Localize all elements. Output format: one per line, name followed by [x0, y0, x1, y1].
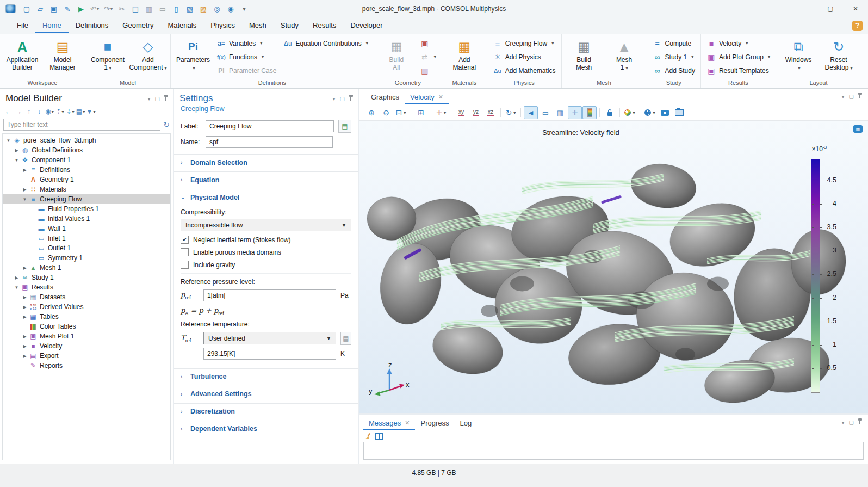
scene-render-button[interactable]: ▾	[643, 106, 657, 119]
close-tab-icon[interactable]: ✕	[405, 420, 410, 427]
tref-dropdown[interactable]: User defined ▼	[203, 332, 336, 344]
tree-item-results[interactable]: ▼▣Results	[3, 282, 170, 292]
copy-button[interactable]: ▤	[129, 2, 142, 15]
maximize-button[interactable]: ▢	[818, 0, 843, 17]
ribbon-button-remove-details[interactable]: ▥	[417, 64, 439, 77]
customize-toolbar-button[interactable]: ▾	[238, 2, 251, 15]
section-physical-model[interactable]: ⌄ Physical Model	[174, 189, 358, 205]
section-advanced-settings[interactable]: ›Advanced Settings	[174, 386, 358, 402]
ribbon-button-result-templates[interactable]: ▣Result Templates	[704, 64, 773, 77]
close-button[interactable]: ✕	[843, 0, 868, 17]
ribbon-button-build-mesh[interactable]: ▦BuildMesh	[565, 36, 604, 71]
section-dependent-variables[interactable]: ›Dependent Variables	[174, 421, 358, 437]
cut-button[interactable]: ✂	[115, 2, 128, 15]
tree-expander-icon[interactable]: ▶	[21, 315, 28, 319]
tree-expander-icon[interactable]: ▶	[21, 187, 28, 192]
section-domain-selection[interactable]: ›Domain Selection	[174, 154, 358, 170]
tree-item-materials[interactable]: ▶∷Materials	[3, 184, 170, 194]
section-equation[interactable]: ›Equation	[174, 171, 358, 188]
menu-home[interactable]: Home	[35, 19, 69, 33]
panel-menu-icon[interactable]: ▾	[842, 94, 845, 100]
ribbon-button-study-1[interactable]: ∞Study 1▾	[650, 50, 698, 64]
pref-input[interactable]: 1[atm]	[203, 289, 336, 301]
ribbon-button-add-study[interactable]: ∞Add Study	[650, 64, 698, 77]
tree-expander-icon[interactable]: ▼	[13, 285, 20, 290]
compressibility-dropdown[interactable]: Incompressible flow ▼	[181, 219, 351, 231]
view-xy-button[interactable]: xy	[454, 106, 468, 119]
ribbon-button-add-mathematics[interactable]: ΔuAdd Mathematics	[490, 64, 559, 77]
tref-input[interactable]: 293.15[K]	[203, 348, 336, 360]
select-box-button[interactable]: ▧	[183, 2, 196, 15]
ribbon-button-component-1[interactable]: ■Component1▾	[88, 36, 127, 72]
tree-item-component-1[interactable]: ▼❖Component 1	[3, 155, 170, 165]
tree-item-definitions[interactable]: ▶≡Definitions	[3, 165, 170, 175]
panel-menu-icon[interactable]: ▾	[333, 96, 336, 102]
checkbox-row-neglect-inertial-term-stokes-flow[interactable]: ✔Neglect inertial term (Stokes flow)	[181, 233, 351, 246]
ribbon-button-build-all[interactable]: ▦BuildAll	[377, 36, 416, 71]
graphics-canvas[interactable]: Streamline: Velocity field ▦ ×10-3 4.543…	[359, 121, 868, 413]
ribbon-button-import-geometry[interactable]: ▣	[417, 36, 439, 50]
menu-results[interactable]: Results	[306, 19, 343, 33]
messages-tab-log[interactable]: Log	[455, 416, 478, 430]
tree-item-initial-values-1[interactable]: ▬Initial Values 1	[3, 214, 170, 224]
minimize-button[interactable]: —	[793, 0, 818, 17]
menu-mesh[interactable]: Mesh	[242, 19, 274, 33]
checkbox-unchecked[interactable]	[181, 248, 189, 256]
tree-item-mesh-plot-1[interactable]: ▶▣Mesh Plot 1	[3, 331, 170, 341]
zoom-out-button[interactable]: ⊖	[379, 106, 393, 119]
ribbon-button-functions[interactable]: f(x)Functions▾	[214, 50, 279, 64]
tree-expander-icon[interactable]: ▶	[21, 266, 28, 270]
ribbon-button-add-plot-group[interactable]: ▣Add Plot Group▾	[704, 50, 773, 64]
lock-selection-button[interactable]	[603, 106, 617, 119]
tree-expander-icon[interactable]: ▼	[21, 197, 28, 202]
ribbon-button-rebuild-geometry[interactable]: ⇄▾	[417, 50, 439, 64]
redo-button[interactable]: ↷▾	[102, 2, 115, 15]
open-button[interactable]: ▱	[34, 2, 47, 15]
tree-item-reports[interactable]: ✎Reports	[3, 361, 170, 371]
grid-button[interactable]: ▦	[553, 106, 567, 119]
panel-menu-icon[interactable]: ▾	[148, 96, 151, 102]
tree-item-export[interactable]: ▶▤Export	[3, 351, 170, 361]
tree-expander-icon[interactable]: ▶	[13, 275, 20, 280]
checkbox-row-include-gravity[interactable]: Include gravity	[181, 258, 351, 271]
messages-tab-messages[interactable]: Messages✕	[363, 416, 415, 430]
tree-expander-icon[interactable]: ▶	[21, 334, 28, 339]
tree-expander-icon[interactable]: ▶	[21, 305, 28, 310]
tree-item-mesh-1[interactable]: ▶▲Mesh 1	[3, 263, 170, 273]
tree-item-fluid-properties-1[interactable]: ▬Fluid Properties 1	[3, 204, 170, 214]
filter-input[interactable]: Type filter text	[3, 119, 160, 131]
delete-button[interactable]: ▯	[170, 2, 183, 15]
tree-item-symmetry-1[interactable]: ▭Symmetry 1	[3, 253, 170, 263]
go-back-button[interactable]: ←	[3, 107, 13, 116]
tree-item-tables[interactable]: ▶▦Tables	[3, 312, 170, 322]
ribbon-button-compute[interactable]: =Compute	[650, 36, 698, 50]
tree-item-color-tables[interactable]: Color Tables	[3, 322, 170, 331]
tree-expander-icon[interactable]: ▶	[21, 295, 28, 300]
ribbon-button-parameters[interactable]: PiParameters▾	[173, 36, 213, 72]
ribbon-button-add-component[interactable]: ◇AddComponent▾	[128, 36, 168, 72]
plot-image-icon[interactable]: ▦	[853, 125, 863, 133]
view-yz-button[interactable]: yz	[469, 106, 483, 119]
ribbon-button-reset-desktop[interactable]: ↻ResetDesktop▾	[819, 36, 858, 72]
tree-expander-icon[interactable]: ▶	[21, 354, 28, 359]
section-turbulence[interactable]: ›Turbulence	[174, 368, 358, 385]
menu-study[interactable]: Study	[274, 19, 306, 33]
menu-file[interactable]: File	[10, 19, 35, 33]
panel-menu-icon[interactable]: ▾	[842, 420, 845, 426]
tree-expander-icon[interactable]: ▼	[13, 158, 20, 163]
ribbon-button-creeping-flow[interactable]: ≡Creeping Flow▾	[490, 36, 559, 50]
ribbon-button-equation-contributions[interactable]: ΔuEquation Contributions▾	[280, 36, 370, 50]
move-up-button[interactable]: ↑	[24, 107, 34, 116]
find-replace-button[interactable]: ◉	[224, 2, 237, 15]
image-snapshot-button[interactable]	[658, 106, 672, 119]
tree-expander-icon[interactable]: ▶	[21, 168, 28, 172]
new-file-button[interactable]: ▢	[20, 2, 33, 15]
save-button[interactable]: ▣	[47, 2, 60, 15]
tree-item-datasets[interactable]: ▶▦Datasets	[3, 292, 170, 302]
close-tab-icon[interactable]: ✕	[438, 94, 443, 101]
tree-item-velocity[interactable]: ▶■Velocity	[3, 341, 170, 351]
ribbon-button-add-physics[interactable]: ✳Add Physics	[490, 50, 559, 64]
move-down-button[interactable]: ↓	[34, 107, 44, 116]
tree-expander-icon[interactable]: ▼	[5, 138, 12, 143]
clear-selection-button[interactable]: ▨	[197, 2, 210, 15]
